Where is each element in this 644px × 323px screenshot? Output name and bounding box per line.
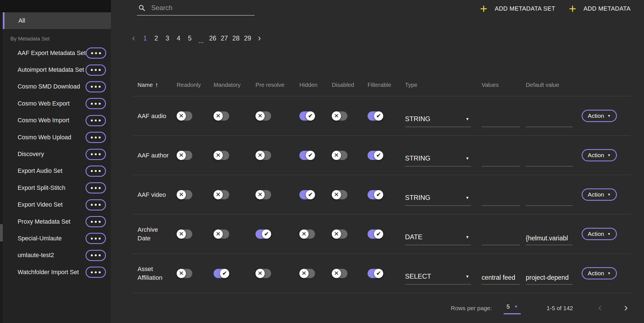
more-options-button[interactable] [86, 132, 106, 143]
next-page-button[interactable] [255, 35, 264, 42]
type-select[interactable]: STRING ▼ [405, 115, 471, 127]
page-number-3[interactable]: 3 [163, 34, 172, 43]
page-number-1[interactable]: 1 [141, 34, 150, 43]
toggle-filterable[interactable]: ✔ [368, 111, 383, 121]
more-options-button[interactable] [86, 267, 106, 278]
more-options-button[interactable] [86, 216, 106, 227]
toggle-mandatory[interactable]: ✕ [214, 190, 229, 199]
sidebar-item-cosmo-smd-download[interactable]: Cosmo SMD Download [3, 78, 111, 95]
sidebar-item-proxy-metadata-set[interactable]: Proxy Metadata Set [3, 213, 111, 230]
sidebar-item-cosmo-web-export[interactable]: Cosmo Web Export [3, 95, 111, 112]
add-metadata-set-button[interactable]: ADD METADATA SET [479, 4, 555, 13]
sidebar-item-autoimport-metadata-set[interactable]: Autoimport Metadata Set [3, 61, 111, 78]
toggle-readonly[interactable]: ✕ [177, 229, 192, 239]
values-field[interactable] [482, 233, 520, 245]
page-number-28[interactable]: 28 [231, 34, 241, 43]
next-rows-button[interactable] [621, 303, 631, 313]
rows-per-page-select[interactable]: 5 ▼ [504, 302, 521, 314]
more-options-button[interactable] [86, 250, 106, 261]
action-button[interactable]: Action ▼ [582, 228, 617, 240]
sidebar-scrollbar[interactable] [0, 12, 3, 323]
values-field[interactable]: central feed [482, 272, 520, 284]
more-options-button[interactable] [86, 81, 106, 92]
more-options-button[interactable] [86, 98, 106, 109]
page-number-4[interactable]: 4 [174, 34, 183, 43]
add-metadata-button[interactable]: ADD METADATA [568, 4, 631, 13]
action-button[interactable]: Action ▼ [582, 149, 617, 161]
action-button[interactable]: Action ▼ [582, 110, 617, 122]
sidebar-item-special-umlaute[interactable]: Special-Umlaute [3, 230, 111, 247]
previous-rows-button[interactable] [595, 303, 605, 313]
toggle-mandatory[interactable]: ✕ [214, 111, 229, 121]
toggle-mandatory[interactable]: ✔ [214, 269, 229, 278]
default-value-field[interactable]: {helmut.variabl [526, 233, 573, 245]
toggle-disabled[interactable]: ✕ [332, 229, 347, 239]
values-field[interactable] [482, 154, 520, 166]
type-select[interactable]: DATE ▼ [405, 233, 471, 245]
sidebar-item-umlaute-test2[interactable]: umlaute-test2 [3, 247, 111, 264]
toggle-hidden[interactable]: ✕ [299, 269, 315, 278]
default-value-field[interactable] [526, 115, 573, 127]
toggle-disabled[interactable]: ✕ [332, 151, 347, 160]
more-options-button[interactable] [86, 64, 106, 76]
toggle-readonly[interactable]: ✕ [177, 190, 192, 199]
toggle-hidden[interactable]: ✕ [299, 229, 315, 239]
sidebar-item-export-audio-set[interactable]: Export Audio Set [3, 163, 111, 180]
type-select[interactable]: STRING ▼ [405, 154, 471, 166]
values-field[interactable] [482, 115, 520, 127]
page-number-2[interactable]: 2 [152, 34, 161, 43]
sidebar-item-export-video-set[interactable]: Export Video Set [3, 197, 111, 213]
page-number-27[interactable]: 27 [220, 34, 229, 43]
more-options-button[interactable] [86, 233, 106, 244]
toggle-pre-resolve[interactable]: ✕ [255, 269, 271, 278]
sidebar-item-export-split-stitch[interactable]: Export Split-Stitch [3, 180, 111, 196]
toggle-filterable[interactable]: ✔ [368, 151, 383, 160]
more-options-button[interactable] [86, 182, 106, 193]
toggle-filterable[interactable]: ✔ [368, 269, 383, 278]
toggle-pre-resolve[interactable]: ✔ [255, 229, 271, 239]
page-number-26[interactable]: 26 [208, 34, 217, 43]
page-number-5[interactable]: 5 [185, 34, 194, 43]
more-options-button[interactable] [86, 149, 106, 160]
toggle-filterable[interactable]: ✔ [368, 229, 383, 239]
action-button[interactable]: Action ▼ [582, 267, 617, 279]
toggle-readonly[interactable]: ✕ [177, 111, 192, 121]
toggle-hidden[interactable]: ✔ [299, 151, 315, 160]
scrollbar-thumb[interactable] [0, 224, 3, 241]
toggle-hidden[interactable]: ✔ [299, 111, 315, 121]
values-field[interactable] [482, 193, 520, 206]
sidebar-item-aaf-export-metadata-set[interactable]: AAF Export Metadata Set [3, 45, 111, 61]
previous-page-button[interactable] [129, 35, 138, 42]
search-input[interactable] [151, 4, 254, 12]
toggle-mandatory[interactable]: ✕ [214, 151, 229, 160]
type-select[interactable]: SELECT ▼ [405, 272, 471, 284]
page-number-29[interactable]: 29 [243, 34, 252, 43]
toggle-pre-resolve[interactable]: ✕ [255, 190, 271, 199]
sidebar-item-all[interactable]: All [3, 12, 111, 29]
toggle-disabled[interactable]: ✕ [332, 269, 347, 278]
sidebar-item-cosmo-web-import[interactable]: Cosmo Web Import [3, 112, 111, 129]
more-options-button[interactable] [86, 166, 106, 177]
toggle-mandatory[interactable]: ✕ [214, 229, 229, 239]
column-header-label: Mandatory [214, 82, 241, 88]
toggle-pre-resolve[interactable]: ✕ [255, 151, 271, 160]
default-value-field[interactable]: project-depend [526, 272, 573, 284]
type-select[interactable]: STRING ▼ [405, 194, 471, 206]
sidebar-item-cosmo-web-upload[interactable]: Cosmo Web Upload [3, 129, 111, 146]
column-header-name[interactable]: Name↑ [133, 81, 177, 88]
more-options-button[interactable] [86, 115, 106, 126]
default-value-field[interactable] [526, 193, 573, 206]
sidebar-item-watchfolder-import-set[interactable]: Watchfolder Import Set [3, 264, 111, 281]
more-options-button[interactable] [86, 199, 106, 210]
sidebar-item-discovery[interactable]: Discovery [3, 146, 111, 162]
default-value-field[interactable] [526, 154, 573, 166]
toggle-hidden[interactable]: ✔ [299, 190, 315, 199]
toggle-filterable[interactable]: ✔ [368, 190, 383, 199]
toggle-pre-resolve[interactable]: ✕ [255, 111, 271, 121]
toggle-disabled[interactable]: ✕ [332, 190, 347, 199]
action-button[interactable]: Action ▼ [582, 188, 617, 201]
toggle-readonly[interactable]: ✕ [177, 269, 192, 278]
toggle-disabled[interactable]: ✕ [332, 111, 347, 121]
toggle-readonly[interactable]: ✕ [177, 151, 192, 160]
more-options-button[interactable] [86, 47, 106, 59]
